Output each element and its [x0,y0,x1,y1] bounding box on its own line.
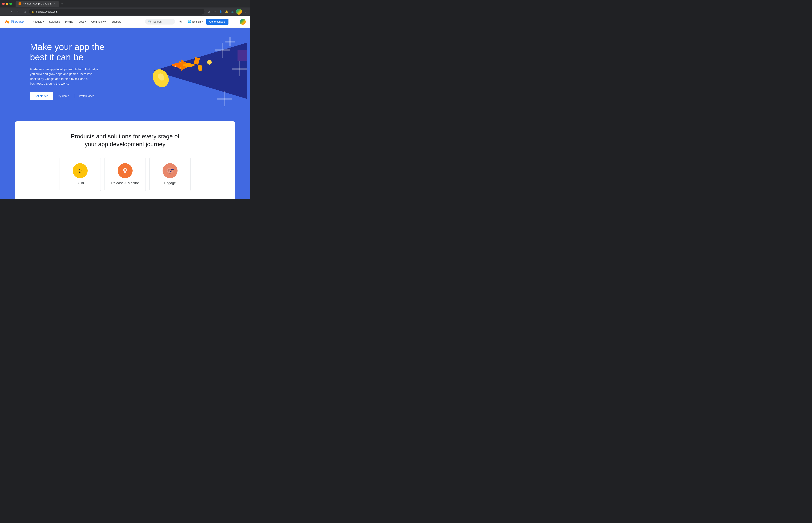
tab-favicon: 🔥 [19,2,21,5]
language-label: English [192,20,201,23]
engage-label: Engage [164,181,176,185]
nav-support[interactable]: Support [109,19,123,24]
svg-marker-29 [125,173,126,174]
bookmark-button[interactable]: ☆ [212,9,217,14]
nav-links: Products ▾ Solutions Pricing Docs ▾ Comm… [30,19,145,24]
hero-section: Make your app the best it can be Firebas… [0,28,250,114]
build-label: Build [76,181,84,185]
browser-navigation: ‹ › ↻ ⌂ 🔒 firebase.google.com ⊞ ☆ 👤 🔔 📺 … [0,7,250,16]
hero-description: Firebase is an app development platform … [30,67,101,86]
forward-button[interactable]: › [9,9,14,14]
hero-illustration-svg [112,28,250,114]
product-card-engage[interactable]: Engage [149,157,191,191]
release-icon-svg [121,167,129,175]
release-label: Release & Monitor [111,181,139,185]
home-button[interactable]: ⌂ [22,9,28,14]
product-card-release[interactable]: Release & Monitor [105,157,146,191]
svg-point-26 [124,169,126,171]
navbar-right: 🔍 Search ☀ 🌐 English ▾ Go to console ⋮ [145,18,246,25]
engage-icon-svg [166,167,174,175]
svg-rect-8 [237,50,247,61]
tab-close-button[interactable]: ✕ [53,2,56,5]
build-icon-svg: ⟨⟩ [76,167,84,175]
watch-video-button[interactable]: Watch video [79,92,94,100]
reload-button[interactable]: ↻ [16,9,21,14]
nav-solutions[interactable]: Solutions [47,19,62,24]
svg-point-20 [177,68,178,68]
search-icon: 🔍 [148,20,152,23]
search-bar[interactable]: 🔍 Search [145,19,175,24]
products-title: Products and solutions for every stage o… [69,132,181,148]
hero-illustration [112,28,250,114]
window-controls: ⌃ [243,1,248,6]
globe-icon: 🌐 [188,20,192,23]
nav-products[interactable]: Products ▾ [30,19,46,24]
user-avatar[interactable] [236,8,242,15]
svg-point-19 [174,64,174,65]
nav-community[interactable]: Community ▾ [89,19,109,24]
button-divider: | [74,94,74,98]
nav-pricing[interactable]: Pricing [63,19,75,24]
svg-text:⟨⟩: ⟨⟩ [78,168,82,173]
get-started-button[interactable]: Get started [30,92,53,100]
main-navbar: Firebase Products ▾ Solutions Pricing Do… [0,16,250,28]
theme-toggle-button[interactable]: ☀ [177,18,184,25]
browser-chrome: 🔥 Firebase | Google's Mobile & ✕ + ⌃ ‹ ›… [0,0,250,16]
products-card: Products and solutions for every stage o… [15,121,235,199]
more-menu-button[interactable]: ⋮ [231,18,237,25]
minimize-window-button[interactable] [6,3,8,5]
tab-bar: 🔥 Firebase | Google's Mobile & ✕ + [16,1,241,7]
extensions-button[interactable]: ⊞ [206,9,211,14]
svg-point-22 [175,69,175,69]
website-content: Firebase Products ▾ Solutions Pricing Do… [0,16,250,199]
svg-point-17 [207,60,212,65]
lock-icon: 🔒 [32,11,34,13]
close-window-button[interactable] [2,3,5,5]
firebase-logo-icon [4,19,10,24]
firebase-wordmark: Firebase [11,20,23,23]
nav-docs[interactable]: Docs ▾ [76,19,88,24]
address-bar[interactable]: 🔒 firebase.google.com [29,8,205,15]
traffic-lights [2,3,12,5]
products-grid: ⟨⟩ Build [22,157,228,191]
brand-logo[interactable]: Firebase [4,19,23,24]
product-card-build[interactable]: ⟨⟩ Build [59,157,101,191]
search-label: Search [153,20,162,23]
products-section: Products and solutions for every stage o… [0,114,250,199]
active-tab[interactable]: 🔥 Firebase | Google's Mobile & ✕ [16,1,59,7]
go-to-console-button[interactable]: Go to console [206,19,228,25]
fullscreen-window-button[interactable] [10,3,12,5]
products-chevron-icon: ▾ [43,21,44,23]
notifications-button[interactable]: 🔔 [224,9,229,14]
community-chevron-icon: ▾ [105,21,106,23]
engage-icon [162,163,178,178]
docs-chevron-icon: ▾ [85,21,86,23]
user-avatar-nav[interactable] [240,19,246,25]
back-button[interactable]: ‹ [2,9,7,14]
browser-nav-actions: ⊞ ☆ 👤 🔔 📺 ⋮ [206,8,248,15]
build-icon: ⟨⟩ [73,163,88,178]
release-icon [118,163,133,178]
url-display: firebase.google.com [36,10,57,13]
profile-button[interactable]: 👤 [218,9,223,14]
language-selector[interactable]: 🌐 English ▾ [186,19,204,24]
hero-buttons: Get started Try demo | Watch video [30,92,109,100]
more-options-button[interactable]: ⋮ [243,9,248,14]
language-chevron-icon: ▾ [202,21,202,23]
tab-title: Firebase | Google's Mobile & [23,2,51,5]
try-demo-button[interactable]: Try demo [57,92,69,100]
svg-point-21 [173,67,173,67]
hero-content: Make your app the best it can be Firebas… [30,42,109,100]
new-tab-button[interactable]: + [59,1,65,6]
hero-title: Make your app the best it can be [30,42,109,62]
browser-titlebar: 🔥 Firebase | Google's Mobile & ✕ + ⌃ [0,0,250,7]
cast-button[interactable]: 📺 [230,9,235,14]
svg-point-18 [175,66,176,67]
